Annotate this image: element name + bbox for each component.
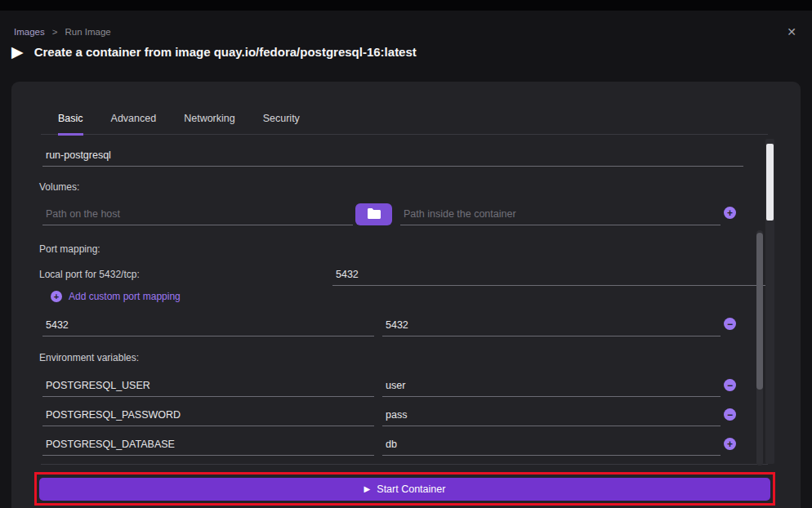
add-custom-port-mapping[interactable]: + Add custom port mapping xyxy=(51,291,181,302)
start-play-icon: ▶ xyxy=(364,485,371,493)
tab-advanced[interactable]: Advanced xyxy=(111,105,157,136)
port-container-input[interactable] xyxy=(382,314,721,336)
env-name-input-1[interactable] xyxy=(42,403,374,426)
minus-icon: − xyxy=(727,410,733,420)
local-port-label: Local port for 5432/tcp: xyxy=(39,269,140,280)
tab-security[interactable]: Security xyxy=(263,105,300,136)
section-scrollbar-thumb[interactable] xyxy=(756,233,763,390)
breadcrumb-item-run-image: Run Image xyxy=(65,27,110,37)
remove-env-button-0[interactable]: − xyxy=(724,379,736,391)
breadcrumb-item-images[interactable]: Images xyxy=(14,27,45,37)
add-custom-port-label: Add custom port mapping xyxy=(69,291,181,302)
plus-icon: + xyxy=(727,208,733,218)
dialog-panel: Basic Advanced Networking Security Volum… xyxy=(11,82,801,508)
env-name-input-2[interactable] xyxy=(42,433,374,456)
local-port-input[interactable] xyxy=(332,263,767,286)
start-button-label: Start Container xyxy=(377,483,445,495)
env-value-input-1[interactable] xyxy=(382,403,721,426)
content-bottom-divider xyxy=(41,464,768,465)
container-name-input[interactable] xyxy=(42,144,743,167)
env-value-input-0[interactable] xyxy=(382,374,721,397)
volume-host-input[interactable] xyxy=(42,203,353,225)
folder-icon xyxy=(368,208,381,221)
app-window: Images > Run Image ✕ ▶ Create a containe… xyxy=(0,0,812,508)
tab-bar: Basic Advanced Networking Security xyxy=(41,105,768,135)
add-env-button-2[interactable]: + xyxy=(724,438,736,450)
remove-env-button-1[interactable]: − xyxy=(724,408,736,421)
environment-label: Environment variables: xyxy=(39,352,139,363)
tab-basic[interactable]: Basic xyxy=(58,105,83,136)
play-icon: ▶ xyxy=(11,44,24,60)
page-title: Create a container from image quay.io/fe… xyxy=(34,45,417,59)
env-value-input-2[interactable] xyxy=(382,433,721,456)
dialog-header: ▶ Create a container from image quay.io/… xyxy=(11,44,417,60)
env-name-input-0[interactable] xyxy=(42,374,374,397)
section-scrollbar[interactable] xyxy=(756,230,763,466)
breadcrumb: Images > Run Image xyxy=(14,27,111,37)
minus-icon: − xyxy=(727,319,733,329)
port-host-input[interactable] xyxy=(42,314,374,336)
close-button[interactable]: ✕ xyxy=(785,24,798,40)
volumes-label: Volumes: xyxy=(39,181,79,193)
window-titlebar xyxy=(0,0,812,11)
start-container-button[interactable]: ▶ Start Container xyxy=(39,478,770,501)
close-icon: ✕ xyxy=(787,25,796,38)
tab-networking[interactable]: Networking xyxy=(184,105,235,136)
breadcrumb-separator: > xyxy=(52,27,58,37)
form-scrollbar-thumb[interactable] xyxy=(766,144,774,221)
volume-container-input[interactable] xyxy=(400,203,721,225)
add-custom-port-icon: + xyxy=(51,291,62,302)
add-volume-button[interactable]: + xyxy=(724,207,736,219)
remove-port-button[interactable]: − xyxy=(724,318,736,330)
minus-icon: − xyxy=(727,381,733,390)
plus-icon: + xyxy=(727,439,733,449)
form-scrollbar[interactable] xyxy=(765,139,774,464)
folder-button[interactable] xyxy=(355,203,392,225)
port-mapping-label: Port mapping: xyxy=(39,243,100,255)
